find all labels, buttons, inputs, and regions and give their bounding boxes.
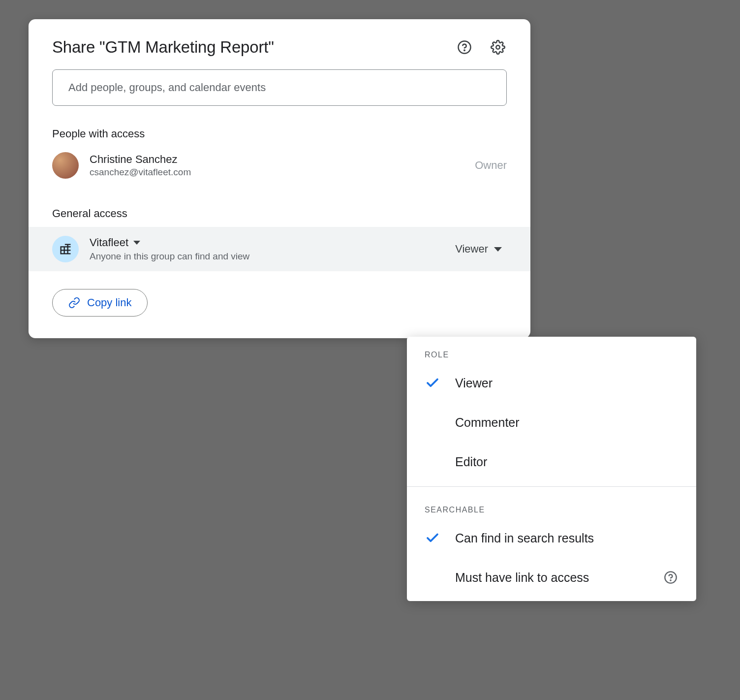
check-icon [425, 375, 440, 391]
person-row: Christine Sanchez csanchez@vitafleet.com… [29, 147, 530, 196]
role-dropdown-trigger[interactable]: Viewer [450, 240, 507, 258]
help-icon[interactable] [456, 38, 473, 56]
general-section-label: General access [29, 196, 530, 227]
menu-section-searchable-label: SEARCHABLE [407, 492, 696, 518]
role-option-editor[interactable]: Editor [407, 442, 696, 481]
org-selector[interactable]: Vitafleet [90, 236, 439, 249]
add-people-input[interactable] [52, 69, 507, 106]
svg-point-4 [670, 580, 671, 580]
share-dialog: Share "GTM Marketing Report" People with… [29, 19, 530, 338]
general-access-info: Vitafleet Anyone in this group can find … [90, 236, 439, 262]
general-access-row: Vitafleet Anyone in this group can find … [29, 227, 530, 271]
copy-link-button[interactable]: Copy link [52, 289, 148, 317]
searchable-option-can-find[interactable]: Can find in search results [407, 518, 696, 558]
check-icon-empty [425, 414, 440, 430]
help-icon[interactable] [663, 570, 678, 585]
chevron-down-icon [494, 247, 502, 252]
role-option-label: Viewer [455, 376, 678, 390]
role-option-commenter[interactable]: Commenter [407, 403, 696, 442]
check-icon [425, 530, 440, 546]
role-option-viewer[interactable]: Viewer [407, 363, 696, 403]
copy-link-label: Copy link [87, 296, 131, 309]
role-option-label: Editor [455, 455, 678, 469]
svg-point-2 [496, 45, 500, 49]
person-role: Owner [475, 159, 507, 172]
searchable-option-must-have-link[interactable]: Must have link to access [407, 558, 696, 601]
header-icon-group [456, 38, 507, 56]
role-dropdown-label: Viewer [455, 243, 488, 255]
searchable-option-label: Must have link to access [455, 571, 648, 585]
menu-section-role-label: ROLE [407, 337, 696, 363]
person-info: Christine Sanchez csanchez@vitafleet.com [90, 153, 464, 178]
dialog-title: Share "GTM Marketing Report" [52, 38, 456, 57]
link-icon [68, 297, 80, 309]
add-people-row [29, 69, 530, 117]
person-email: csanchez@vitafleet.com [90, 167, 464, 178]
settings-icon[interactable] [489, 38, 507, 56]
org-name: Vitafleet [90, 236, 128, 249]
dialog-header: Share "GTM Marketing Report" [29, 19, 530, 69]
role-dropdown-menu: ROLE Viewer Commenter Editor SEARCHABLE … [407, 337, 696, 601]
building-icon [52, 236, 79, 262]
check-icon-empty [425, 454, 440, 470]
person-name: Christine Sanchez [90, 153, 464, 166]
searchable-option-label: Can find in search results [455, 531, 678, 545]
menu-divider [407, 486, 696, 487]
svg-point-1 [464, 50, 465, 51]
dialog-footer: Copy link [29, 271, 530, 338]
people-section-label: People with access [29, 117, 530, 147]
check-icon-empty [425, 570, 440, 585]
org-description: Anyone in this group can find and view [90, 251, 439, 262]
role-option-label: Commenter [455, 415, 678, 430]
chevron-down-icon [133, 241, 140, 245]
avatar [52, 152, 79, 179]
